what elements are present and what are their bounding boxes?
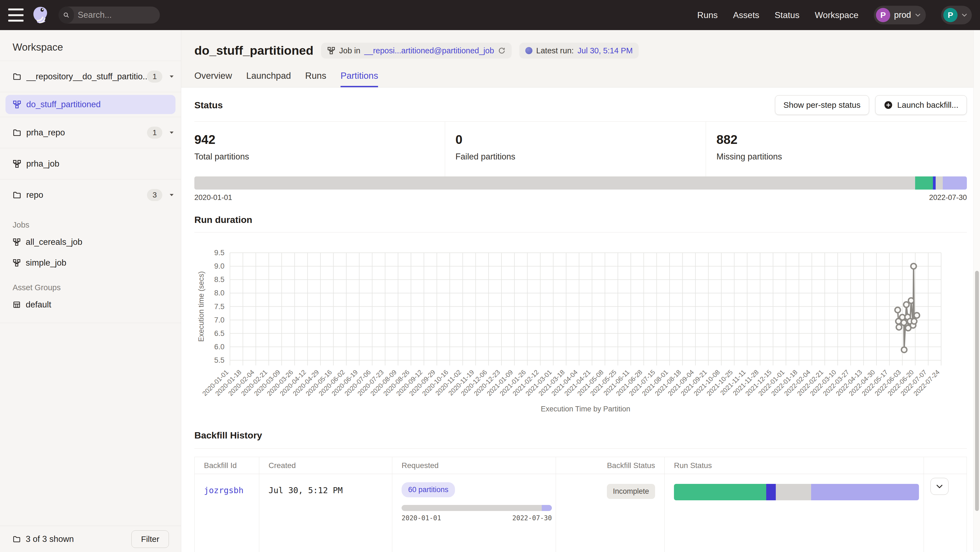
job-origin-tag: Job in __reposi...artitioned@partitioned… [321,43,512,59]
job-icon [13,238,21,246]
caret-down-icon[interactable] [169,131,174,134]
folder-icon [13,128,21,137]
tab-runs[interactable]: Runs [305,71,326,87]
created-timestamp: Jul 30, 5:12 PM [269,485,343,495]
user-menu[interactable]: P [941,6,972,24]
global-search[interactable]: / [59,6,160,24]
partition-bar-range: 2020-01-01 2022-07-30 [194,194,967,202]
stat-failed-partitions: 0 Failed partitions [445,122,706,176]
col-requested: Requested [392,457,556,474]
latest-run-link[interactable]: Jul 30, 5:14 PM [578,46,633,55]
deployment-label: prod [894,10,911,20]
repo-label: repo [26,190,147,200]
deployment-avatar: P [876,8,890,22]
backfill-history-heading: Backfill History [194,430,967,449]
caret-down-icon[interactable] [169,75,174,78]
asset-group-label: default [26,300,51,310]
run-status-bar[interactable] [674,484,919,500]
jobs-section-label: Jobs [0,211,181,232]
tab-partitions[interactable]: Partitions [340,71,378,87]
bar-segment [933,176,935,190]
folder-icon [13,72,21,81]
table-row-created: Jul 30, 5:12 PM [259,474,392,552]
nav-link-workspace[interactable]: Workspace [815,10,858,20]
nav-link-status[interactable]: Status [775,10,800,20]
partition-range-end: 2022-07-30 [929,194,967,202]
launch-backfill-button[interactable]: Launch backfill... [875,95,967,115]
job-tabs: Overview Launchpad Runs Partitions [194,71,967,87]
filter-button[interactable]: Filter [131,530,169,548]
search-input[interactable] [74,10,160,20]
bar-segment [766,484,776,500]
main-scrollbar[interactable] [974,30,980,552]
repo-count-badge: 3 [147,189,162,201]
run-status-dot-icon [525,47,533,54]
chevron-down-icon [935,484,943,489]
latest-run-tag: Latest run: Jul 30, 5:14 PM [519,43,639,59]
table-row-actions [924,474,967,552]
col-actions [924,457,967,474]
deployment-switcher[interactable]: P prod [874,6,926,24]
sidebar-title: Workspace [0,30,181,61]
bar-segment [674,484,766,500]
svg-text:8.0: 8.0 [214,289,224,297]
run-duration-chart[interactable]: 9.59.08.58.07.57.06.56.05.52020-01-01202… [194,233,967,418]
job-origin-prefix: Job in [339,46,360,55]
show-per-step-status-button[interactable]: Show per-step status [775,95,869,115]
nav-link-assets[interactable]: Assets [733,10,759,20]
sidebar-item-prha-job[interactable]: prha_job [0,148,181,179]
workspace-sidebar: Workspace __repository__do_stuff_partiti… [0,30,181,552]
svg-text:Execution Time by Partition: Execution Time by Partition [541,405,630,413]
stat-total-partitions: 942 Total partitions [194,122,445,176]
job-label: prha_job [26,159,174,169]
scrollbar-thumb[interactable] [975,271,979,511]
job-label: do_stuff_partitioned [26,100,101,109]
tab-launchpad[interactable]: Launchpad [247,71,291,87]
chevron-down-icon [915,13,921,17]
backfill-id-link[interactable]: jozrgsbh [204,485,243,495]
page-header: do_stuff_partitioned Job in __reposi...a… [181,30,980,87]
user-avatar: P [943,8,958,22]
repo-label: prha_repo [26,128,147,138]
requested-partitions-badge[interactable]: 60 partitions [402,482,455,497]
partition-range-start: 2020-01-01 [194,194,232,202]
top-nav: / Runs Assets Status Workspace P prod P [0,0,980,30]
caret-down-icon[interactable] [169,194,174,197]
bar-segment [402,505,542,511]
svg-text:6.5: 6.5 [214,329,224,338]
sidebar-item-simple-job[interactable]: simple_job [0,252,181,273]
table-row-requested: 60 partitions 2020-01-01 2022-07-30 [392,474,556,552]
sidebar-item-repo[interactable]: repo 3 [0,179,181,211]
tab-overview[interactable]: Overview [194,71,232,87]
reload-icon[interactable] [498,47,506,54]
sidebar-item-default-asset-group[interactable]: default [0,294,181,315]
status-heading: Status [194,100,223,111]
nav-link-runs[interactable]: Runs [697,10,718,20]
col-created: Created [259,457,392,474]
backfill-status-badge: Incomplete [607,484,655,499]
bar-segment [935,176,943,190]
chevron-down-icon [961,13,967,17]
partition-stats: 942 Total partitions 0 Failed partitions… [194,121,967,176]
sidebar-item-repository-do-stuff[interactable]: __repository__do_stuff_partitio... 1 [0,61,181,92]
asset-group-icon [13,301,21,309]
stat-missing-partitions: 882 Missing partitions [706,122,967,176]
job-icon [13,159,21,168]
svg-text:5.5: 5.5 [214,356,224,364]
sidebar-item-prha-repo[interactable]: prha_repo 1 [0,117,181,148]
search-icon [59,6,74,24]
bar-segment [915,176,933,190]
partition-status-bar[interactable] [194,176,967,190]
backfill-table: Backfill Id Created Requested Backfill S… [194,457,967,552]
svg-text:6.0: 6.0 [214,343,224,351]
svg-text:9.5: 9.5 [214,249,224,257]
job-origin-link[interactable]: __reposi...artitioned@partitioned_job [364,46,494,55]
folder-icon [13,191,21,200]
repo-count-badge: 1 [147,127,162,139]
sidebar-item-all-cereals-job[interactable]: all_cereals_job [0,232,181,252]
expand-row-button[interactable] [931,478,948,495]
sidebar-item-do-stuff-partitioned[interactable]: do_stuff_partitioned [5,95,175,114]
shown-count: 3 of 3 shown [26,534,74,544]
dagster-logo-icon[interactable] [31,5,50,25]
menu-icon[interactable] [8,8,24,22]
